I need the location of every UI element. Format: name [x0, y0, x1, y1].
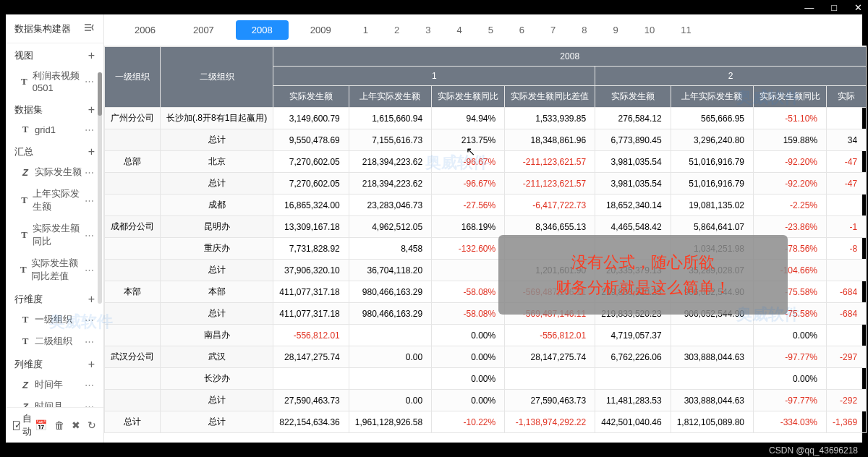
- more-icon[interactable]: ⋯: [85, 315, 95, 325]
- sidebar-item[interactable]: T实际发生额同比⋯: [6, 218, 103, 252]
- more-icon[interactable]: ⋯: [85, 124, 95, 135]
- sidebar-item[interactable]: T一级组织⋯: [6, 309, 103, 330]
- metric-col[interactable]: 上年实际发生额: [349, 86, 431, 108]
- cell-value: 7,270,602.05: [273, 151, 349, 173]
- cell-org2: 成都: [161, 195, 273, 216]
- sidebar-scroll[interactable]: 视图+T利润表视频0501⋯数据集+Tgrid1⋯汇总+Z实际发生额⋯T上年实际…: [6, 43, 103, 407]
- cell-value: -104.66%: [754, 260, 827, 281]
- more-icon[interactable]: ⋯: [85, 195, 95, 206]
- cell-value: -569,487,146.11: [505, 303, 595, 325]
- sidebar-item[interactable]: Z时间年⋯: [6, 374, 103, 396]
- more-icon[interactable]: ⋯: [85, 76, 95, 87]
- cell-value: 51,016,916.79: [671, 173, 753, 195]
- more-icon[interactable]: ⋯: [85, 401, 95, 408]
- sidebar-item[interactable]: T实际发生额同比差值⋯: [6, 252, 103, 287]
- cell-value: 411,077,317.18: [273, 281, 349, 303]
- month-tab-4[interactable]: 4: [446, 20, 472, 40]
- sidebar-item[interactable]: Tgrid1⋯: [6, 119, 103, 140]
- more-icon[interactable]: ⋯: [85, 265, 95, 276]
- month-tab-2[interactable]: 2: [384, 20, 409, 40]
- pivot-table-wrap[interactable]: 一级组织 二级组织 2008 1 2 实际发生额上年实际发生额实际发生额同比实际…: [104, 46, 867, 443]
- builder-title: 数据集构建器: [14, 22, 71, 35]
- add-icon[interactable]: +: [88, 358, 95, 371]
- cell-value: -684: [827, 281, 867, 303]
- cell-org2: 长沙办: [161, 368, 273, 390]
- table-row: 成都16,865,324.0023,283,046.73-27.56%-6,41…: [105, 195, 867, 216]
- month-tab-10[interactable]: 10: [634, 20, 665, 40]
- col-org2[interactable]: 二级组织: [161, 47, 273, 108]
- month-tab-11[interactable]: 11: [671, 20, 701, 40]
- month-tab-7[interactable]: 7: [540, 20, 566, 40]
- metric-col[interactable]: 实际发生额同比差值: [505, 86, 595, 108]
- metric-col[interactable]: 实际发生额同比: [754, 86, 827, 108]
- sidebar-item[interactable]: T二级组织⋯: [6, 330, 103, 352]
- sidebar-item[interactable]: T利润表视频0501⋯: [6, 65, 103, 98]
- collapse-icon[interactable]: [83, 22, 95, 35]
- col-group-1[interactable]: 1: [273, 67, 595, 86]
- table-row: 南昌办-556,812.010.00%-556,812.014,719,057.…: [105, 325, 867, 346]
- calendar-icon[interactable]: 📅: [35, 419, 47, 431]
- window-minimize[interactable]: —: [804, 2, 814, 13]
- cell-value: 1,961,128,926.58: [349, 411, 431, 433]
- sidebar-item[interactable]: Z时间月⋯: [6, 396, 103, 407]
- add-icon[interactable]: +: [88, 145, 95, 158]
- more-icon[interactable]: ⋯: [85, 336, 95, 347]
- cell-org2: 总计: [161, 260, 273, 281]
- more-icon[interactable]: ⋯: [85, 167, 95, 178]
- sidebar-scrollbar-thumb[interactable]: [98, 72, 102, 116]
- shuffle-icon[interactable]: ✖: [72, 419, 80, 431]
- cell-value: 4,719,057.37: [595, 325, 671, 346]
- month-tab-6[interactable]: 6: [509, 20, 535, 40]
- cell-value: 51,016,916.79: [671, 151, 753, 173]
- sidebar-item[interactable]: T上年实际发生额⋯: [6, 183, 103, 218]
- window-close[interactable]: ✕: [854, 2, 862, 13]
- metric-col[interactable]: 上年实际发生额: [671, 86, 753, 108]
- year-tab-2006[interactable]: 2006: [119, 20, 171, 40]
- col-org1[interactable]: 一级组织: [105, 47, 161, 108]
- section-head-view: 视图+: [6, 43, 103, 65]
- cell-value: 0.00%: [754, 325, 827, 346]
- cell-value: 27,590,463.73: [505, 390, 595, 411]
- metric-col[interactable]: 实际: [827, 86, 867, 108]
- month-tab-3[interactable]: 3: [415, 20, 441, 40]
- month-tab-8[interactable]: 8: [571, 20, 597, 40]
- add-icon[interactable]: +: [88, 103, 95, 116]
- refresh-icon[interactable]: ↻: [88, 419, 96, 431]
- cell-org1: [105, 325, 161, 346]
- delete-icon[interactable]: 🗑: [54, 419, 64, 431]
- cell-value: 0.00%: [432, 325, 505, 346]
- year-tab-2009[interactable]: 2009: [294, 20, 347, 40]
- year-tabs: 20062007200820091234567891011: [104, 14, 867, 46]
- add-icon[interactable]: +: [88, 49, 95, 62]
- sidebar-item-label: 实际发生额: [35, 166, 82, 179]
- auto-checkbox[interactable]: ✓ 自动: [13, 412, 35, 438]
- add-icon[interactable]: +: [88, 293, 95, 306]
- month-tab-1[interactable]: 1: [353, 20, 378, 40]
- cell-org2: 总计: [161, 411, 273, 433]
- metric-col[interactable]: 实际发生额同比: [432, 86, 505, 108]
- year-tab-2008[interactable]: 2008: [236, 20, 289, 40]
- cell-value: 36,704,118.20: [349, 260, 431, 281]
- cell-value: [595, 368, 671, 390]
- cell-org2: 本部: [161, 281, 273, 303]
- cell-value: -96.67%: [432, 151, 505, 173]
- cell-value: [671, 325, 753, 346]
- month-tab-9[interactable]: 9: [603, 20, 629, 40]
- cell-org1: [105, 173, 161, 195]
- cell-value: -8: [827, 238, 867, 260]
- metric-col[interactable]: 实际发生额: [595, 86, 671, 108]
- col-year-group[interactable]: 2008: [273, 47, 867, 67]
- window-maximize[interactable]: □: [831, 2, 837, 13]
- metric-col[interactable]: 实际发生额: [273, 86, 349, 108]
- month-tab-5[interactable]: 5: [478, 20, 503, 40]
- sidebar-item[interactable]: Z实际发生额⋯: [6, 161, 103, 183]
- cell-org1: 本部: [105, 281, 161, 303]
- col-group-2[interactable]: 2: [595, 67, 867, 86]
- more-icon[interactable]: ⋯: [85, 230, 95, 241]
- more-icon[interactable]: ⋯: [85, 380, 95, 390]
- year-tab-2007[interactable]: 2007: [177, 20, 230, 40]
- cell-org2: 南昌办: [161, 325, 273, 346]
- cell-value: [671, 368, 753, 390]
- cell-value: 4,962,512.05: [349, 216, 431, 238]
- cell-value: [273, 368, 349, 390]
